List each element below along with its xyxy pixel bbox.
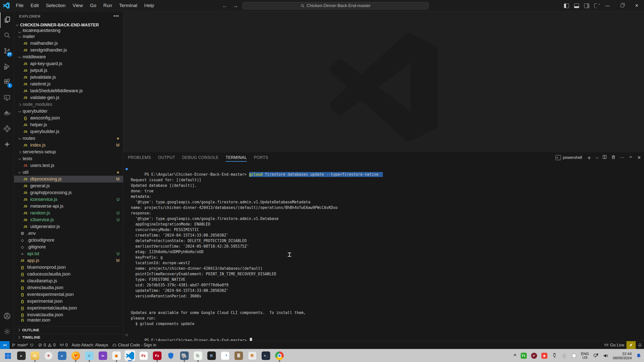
tree-item-bluemoonprod.json[interactable]: {}bluemoonprod.json <box>14 264 123 271</box>
tree-item-helper.js[interactable]: JShelper.js <box>14 121 123 128</box>
tree-item-sendgridhandler.js[interactable]: JSsendgridhandler.js <box>14 47 123 54</box>
security-tray-icon[interactable]: ✔ <box>531 353 537 359</box>
more-actions-icon[interactable]: ⋯ <box>620 155 624 160</box>
taskbar-terminal-app[interactable]: >_ <box>261 350 271 361</box>
tree-item-mailer[interactable]: mailer <box>14 33 123 40</box>
tree-item-middleware[interactable]: middleware <box>14 54 123 60</box>
anydesk-tray-icon[interactable]: ◈ <box>541 353 547 359</box>
tree-item-api-key-guard.js[interactable]: JSapi-key-guard.js <box>14 60 123 67</box>
tree-item-random.js[interactable]: JSrandom.jsU <box>14 210 123 216</box>
mouse-device-icon[interactable] <box>561 353 567 358</box>
filezilla-server-tray-icon[interactable]: Fz <box>521 353 527 359</box>
close-panel-icon[interactable]: ✕ <box>637 155 641 160</box>
back-button[interactable]: ← <box>221 3 228 9</box>
tree-item-serverless-setup[interactable]: serverless-setup <box>14 149 123 155</box>
activity-run-debug[interactable] <box>0 59 14 75</box>
taskbar-compass-browser[interactable]: ✦ <box>43 350 54 361</box>
command-center-search[interactable]: Chicken-Dinner-Back-End-master <box>243 2 429 10</box>
taskbar-visual-studio[interactable]: ∞ <box>98 350 108 361</box>
tree-item-node_modules[interactable]: node_modules <box>14 101 123 108</box>
panel-tab-ports[interactable]: PORTS <box>254 152 268 163</box>
menu-help[interactable]: Help <box>141 2 157 10</box>
status-ports[interactable]: 0 <box>58 341 70 349</box>
tree-item-awsconfig.json[interactable]: {}awsconfig.json <box>14 115 123 121</box>
tree-item-validate-gen.js[interactable]: JSvalidate-gen.js <box>14 94 123 101</box>
app-window-icon[interactable] <box>571 353 577 358</box>
forward-button[interactable]: → <box>232 3 239 9</box>
status-problems[interactable]: 00 <box>36 341 58 349</box>
taskbar-xnview[interactable]: ◉ <box>111 350 122 361</box>
tree-item-localrequesttesting[interactable]: localrequesttesting <box>14 29 123 33</box>
taskbar-security-shield[interactable] <box>166 350 176 361</box>
usb-device-icon[interactable] <box>552 353 557 358</box>
activity-cloud-code[interactable] <box>0 121 14 137</box>
close-button[interactable]: ✕ <box>629 0 644 11</box>
status-go-live[interactable]: Go Live <box>602 341 626 349</box>
status-notifications[interactable] <box>636 341 644 349</box>
tree-item-routes[interactable]: routes <box>14 135 123 142</box>
restore-button[interactable] <box>615 0 629 11</box>
status-remote-indicator[interactable]: >< <box>0 341 10 349</box>
split-terminal-icon[interactable] <box>602 155 607 161</box>
status-cloud-code[interactable]: Cloud Code - Sign in <box>110 341 158 349</box>
taskbar-filezilla-server[interactable]: Fz <box>152 350 162 361</box>
tray-expand-icon[interactable]: ^ <box>513 353 516 358</box>
activity-accounts[interactable] <box>0 309 14 324</box>
tree-item-api.txt[interactable]: ≡api.txtU <box>14 250 123 257</box>
status-git-branch[interactable]: main* <box>10 341 36 349</box>
terminal-dropdown-icon[interactable] <box>596 156 598 159</box>
taskbar-windows-search[interactable]: ⌕ <box>16 350 26 361</box>
tree-item-taskSheduleMiddleware.js[interactable]: JStaskSheduleMiddleware.js <box>14 87 123 94</box>
tree-item-ratelimit.js[interactable]: JSratelimit.js <box>14 81 123 87</box>
tree-item-jwtpull.js[interactable]: JSjwtpull.js <box>14 67 123 74</box>
tree-item-experimental.json[interactable]: {}experimental.json <box>14 298 123 305</box>
menu-terminal[interactable]: Terminal <box>116 2 140 10</box>
activity-explorer[interactable] <box>0 12 14 28</box>
status-prettier-disabled[interactable] <box>626 341 636 349</box>
tree-item-eventexperimental.json[interactable]: {}eventexperimental.json <box>14 291 123 298</box>
terminal-output[interactable]: PS E:\Angular\Chicken-Dinner-Back-End-ma… <box>123 163 644 341</box>
tree-item-.gitignore[interactable]: ◇.gitignore <box>14 244 123 250</box>
activity-remote-explorer[interactable] <box>0 90 14 106</box>
activity-docker[interactable] <box>0 106 14 121</box>
panel-tab-terminal[interactable]: TERMINAL <box>226 152 247 163</box>
activity-source-control[interactable]: 27 <box>0 43 14 59</box>
taskbar-install-tools[interactable]: 🛠 <box>247 350 257 361</box>
toggle-secondary-sidebar-icon[interactable] <box>584 4 589 8</box>
taskbar-openoffice[interactable]: ᭡ <box>220 350 230 361</box>
tree-item-querybuilder[interactable]: querybuilder <box>14 108 123 115</box>
volume-icon[interactable] <box>603 353 609 358</box>
outline-section[interactable]: OUTLINE <box>14 326 123 334</box>
panel-tab-output[interactable]: OUTPUT <box>158 152 175 163</box>
taskbar-windows-start[interactable] <box>3 350 13 361</box>
network-icon[interactable] <box>593 353 599 358</box>
tree-item-inovatclaudia.json[interactable]: {}inovatclaudia.json <box>14 311 123 318</box>
explorer-more-actions-icon[interactable]: ••• <box>113 14 119 19</box>
taskbar-filezilla[interactable]: Fz <box>138 350 149 361</box>
minimize-button[interactable]: — <box>600 0 615 11</box>
tree-item-general.js[interactable]: JSgeneral.js <box>14 183 123 189</box>
tree-item-claudiasetup.js[interactable]: JSclaudiasetup.js <box>14 278 123 284</box>
taskbar-everything-search[interactable]: ⌕ <box>57 350 67 361</box>
activity-search[interactable] <box>0 28 14 43</box>
tree-item-metaverse-api.js[interactable]: JSmetaverse-api.js <box>14 203 123 210</box>
terminal-instance[interactable]: >_ powershell <box>555 155 582 160</box>
tree-item-iconservice.js[interactable]: JSiconservice.jsU <box>14 196 123 203</box>
taskbar-r-console[interactable]: R <box>206 350 217 361</box>
menu-edit[interactable]: Edit <box>28 2 42 10</box>
menu-go[interactable]: Go <box>87 2 99 10</box>
tree-item-users.test.js[interactable]: JSusers.test.js <box>14 162 123 169</box>
tree-item-querybuilder.js[interactable]: JSquerybuilder.js <box>14 128 123 135</box>
timeline-section[interactable]: TIMELINE <box>14 334 123 341</box>
tree-item-caduceusclaudia.json[interactable]: {}caduceusclaudia.json <box>14 271 123 278</box>
maximize-panel-icon[interactable] <box>628 155 633 161</box>
tree-item-app.js[interactable]: JSapp.jsM <box>14 257 123 264</box>
taskbar-postgresql[interactable]: 🐘 <box>179 350 189 361</box>
tree-item-s3service.js[interactable]: JSs3service.jsU <box>14 216 123 223</box>
toggle-sidebar-icon[interactable] <box>564 4 569 8</box>
toggle-panel-icon[interactable] <box>574 4 579 8</box>
tree-item-graphqlprocessing.js[interactable]: JSgraphqlprocessing.js <box>14 189 123 196</box>
taskbar-firefox[interactable]: 🦊 <box>70 350 81 361</box>
taskbar-file-explorer[interactable]: 🗀 <box>30 350 40 361</box>
language-indicator[interactable]: ENGUS <box>581 352 589 359</box>
